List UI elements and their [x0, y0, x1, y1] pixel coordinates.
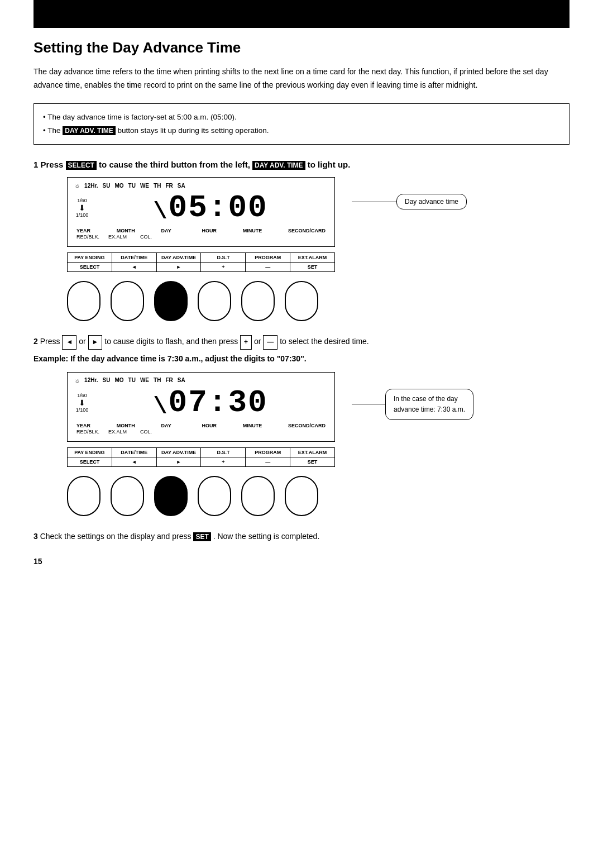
page-number: 15: [34, 557, 570, 566]
arrow-down-1: ⬇: [74, 203, 90, 212]
clock-panel-2: ☼ 12Hr. SUMOTUWETHFRSA 1/60 ⬇ 1/100 \07:…: [67, 372, 335, 442]
oval-btn-1-4[interactable]: [198, 281, 231, 321]
day-adv-time-highlight: DAY ADV. TIME: [63, 126, 115, 135]
sub-labels-2: RED/BLK.EX.ALMCOL.: [74, 429, 328, 435]
header-bar: [34, 0, 570, 28]
btn-ext-alarm-1: EXT.ALARM: [290, 253, 334, 262]
btn-day-adv-1: DAY ADV.TIME: [157, 253, 202, 262]
callout-line-1: [352, 202, 396, 202]
oval-btn-1-5[interactable]: [241, 281, 275, 321]
intro-paragraph: The day advance time refers to the time …: [34, 65, 570, 92]
day-adv-highlight: DAY ADV. TIME: [252, 161, 305, 170]
button-panel-2: PAY ENDING DATE/TIME DAY ADV.TIME D.S.T …: [67, 447, 335, 467]
button-panel-top-1: PAY ENDING DATE/TIME DAY ADV.TIME D.S.T …: [68, 253, 334, 263]
button-panel-top-2: PAY ENDING DATE/TIME DAY ADV.TIME D.S.T …: [68, 448, 334, 457]
btn-right-2[interactable]: ►: [157, 457, 202, 466]
step-2-text: 2 Press ◄ or ► to cause digits to flash,…: [34, 335, 570, 350]
oval-buttons-1: [67, 281, 570, 321]
btn-set-2[interactable]: SET: [290, 457, 334, 466]
bottom-labels-1: YEARMONTHDAYHOURMINUTESECOND/CARD: [74, 228, 328, 233]
btn-datetime-2: DATE/TIME: [112, 448, 157, 457]
hr-label-2: 12Hr.: [84, 377, 98, 383]
clock-section-2: ☼ 12Hr. SUMOTUWETHFRSA 1/60 ⬇ 1/100 \07:…: [67, 372, 570, 442]
side-labels-1: 1/60 ⬇ 1/100: [74, 198, 90, 218]
btn-left-2[interactable]: ◄: [112, 457, 157, 466]
btn-left-1[interactable]: ◄: [112, 263, 157, 271]
fraction-bot-1: 1/100: [74, 212, 90, 218]
side-labels-2: 1/60 ⬇ 1/100: [74, 393, 90, 413]
btn-plus-inline[interactable]: +: [240, 335, 252, 350]
oval-btn-2-1[interactable]: [67, 476, 100, 516]
btn-right-1[interactable]: ►: [157, 263, 202, 271]
fraction-top-2: 1/60: [74, 393, 90, 398]
fraction-bot-2: 1/100: [74, 407, 90, 413]
oval-btn-2-2[interactable]: [111, 476, 144, 516]
arrow-down-2: ⬇: [74, 398, 90, 407]
time-display-1: \05:00: [93, 190, 328, 226]
clock-section-1: ☼ 12Hr. SUMOTUWETHFRSA 1/60 ⬇ 1/100 \05:…: [67, 177, 570, 247]
callout-2: In the case of the day advance time: 7:3…: [352, 389, 473, 420]
btn-left-inline[interactable]: ◄: [62, 335, 76, 350]
btn-minus-2[interactable]: —: [246, 457, 290, 466]
oval-btn-1-6[interactable]: [285, 281, 318, 321]
button-panel-bottom-1: SELECT ◄ ► + — SET: [68, 263, 334, 271]
hr-label-1: 12Hr.: [84, 183, 98, 189]
info-bullet-1: • The day advance time is factory-set at…: [43, 111, 560, 124]
btn-program-2: PROGRAM: [246, 448, 290, 457]
btn-datetime-1: DATE/TIME: [112, 253, 157, 262]
btn-select-2[interactable]: SELECT: [68, 457, 112, 466]
btn-plus-1[interactable]: +: [201, 263, 246, 271]
oval-btn-1-3[interactable]: [154, 281, 188, 321]
btn-pay-ending-2: PAY ENDING: [68, 448, 112, 457]
day-labels-2: SUMOTUWETHFRSA: [103, 377, 185, 383]
btn-plus-2[interactable]: +: [201, 457, 246, 466]
day-labels-1: SUMOTUWETHFRSA: [103, 183, 185, 189]
callout-1: Day advance time: [352, 194, 467, 209]
button-panel-bottom-2: SELECT ◄ ► + — SET: [68, 457, 334, 466]
step-3-text: 3 Check the settings on the display and …: [34, 530, 570, 543]
btn-program-1: PROGRAM: [246, 253, 290, 262]
callout-line-2: [352, 404, 385, 404]
oval-buttons-2: [67, 476, 570, 516]
btn-pay-ending-1: PAY ENDING: [68, 253, 112, 262]
callout-box-1: Day advance time: [396, 194, 467, 209]
oval-btn-2-5[interactable]: [241, 476, 275, 516]
sub-labels-1: RED/BLK.EX.ALMCOL.: [74, 234, 328, 240]
btn-dst-2: D.S.T: [201, 448, 246, 457]
info-box: • The day advance time is factory-set at…: [34, 103, 570, 145]
select-highlight: SELECT: [66, 161, 97, 170]
page-title: Setting the Day Advance Time: [34, 39, 570, 56]
btn-set-1[interactable]: SET: [290, 263, 334, 271]
example-text: Example: If the day advance time is 7:30…: [34, 354, 570, 363]
sun-icon-1: ☼: [74, 182, 80, 189]
btn-minus-1[interactable]: —: [246, 263, 290, 271]
oval-btn-2-4[interactable]: [198, 476, 231, 516]
set-highlight: SET: [193, 532, 210, 541]
btn-select-1[interactable]: SELECT: [68, 263, 112, 271]
info-bullet-2: • The DAY ADV. TIME button stays lit up …: [43, 124, 560, 137]
step-1-block: 1 Press SELECT to cause the third button…: [34, 158, 570, 321]
callout-box-2: In the case of the day advance time: 7:3…: [385, 389, 473, 420]
bottom-labels-2: YEARMONTHDAYHOURMINUTESECOND/CARD: [74, 423, 328, 428]
btn-right-inline[interactable]: ►: [88, 335, 103, 350]
btn-dst-1: D.S.T: [201, 253, 246, 262]
step-1-label: 1 Press SELECT to cause the third button…: [34, 158, 570, 171]
sun-icon-2: ☼: [74, 377, 80, 384]
btn-minus-inline[interactable]: —: [263, 335, 277, 350]
button-panel-1: PAY ENDING DATE/TIME DAY ADV.TIME D.S.T …: [67, 252, 335, 272]
fraction-top-1: 1/60: [74, 198, 90, 203]
btn-day-adv-2: DAY ADV.TIME: [157, 448, 202, 457]
step-3-block: 3 Check the settings on the display and …: [34, 530, 570, 543]
oval-btn-2-3[interactable]: [154, 476, 188, 516]
time-display-2: \07:30: [93, 385, 328, 421]
step-2-block: 2 Press ◄ or ► to cause digits to flash,…: [34, 335, 570, 516]
oval-btn-1-2[interactable]: [111, 281, 144, 321]
clock-panel-1: ☼ 12Hr. SUMOTUWETHFRSA 1/60 ⬇ 1/100 \05:…: [67, 177, 335, 247]
oval-btn-2-6[interactable]: [285, 476, 318, 516]
oval-btn-1-1[interactable]: [67, 281, 100, 321]
btn-ext-alarm-2: EXT.ALARM: [290, 448, 334, 457]
